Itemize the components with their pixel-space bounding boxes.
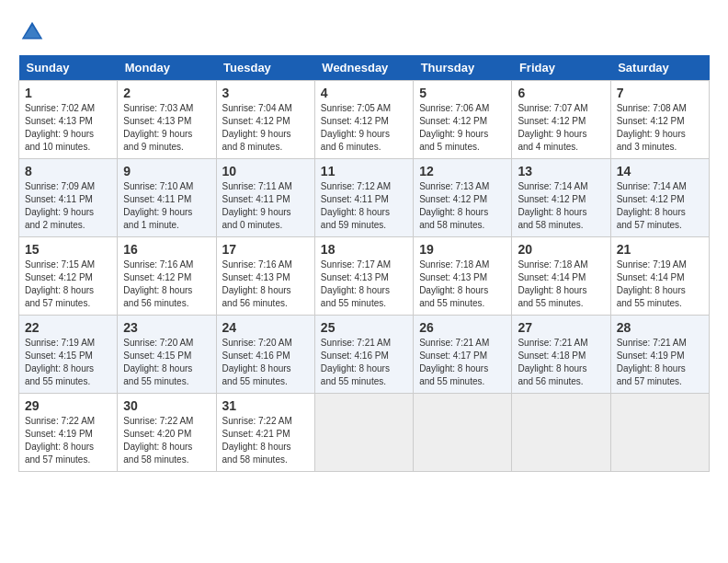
calendar-cell: 30Sunrise: 7:22 AMSunset: 4:20 PMDayligh… xyxy=(118,394,216,472)
calendar-cell xyxy=(314,394,413,472)
day-number: 10 xyxy=(222,164,309,178)
day-info: Sunrise: 7:10 AMSunset: 4:11 PMDaylight:… xyxy=(123,181,193,230)
day-number: 3 xyxy=(222,86,309,100)
calendar-cell: 2Sunrise: 7:03 AMSunset: 4:13 PMDaylight… xyxy=(118,81,216,159)
day-number: 27 xyxy=(518,320,604,335)
calendar-week-4: 22Sunrise: 7:19 AMSunset: 4:15 PMDayligh… xyxy=(19,316,710,394)
logo-icon xyxy=(18,18,46,46)
day-info: Sunrise: 7:04 AMSunset: 4:12 PMDaylight:… xyxy=(222,103,292,152)
weekday-header-friday: Friday xyxy=(512,55,610,81)
day-info: Sunrise: 7:06 AMSunset: 4:12 PMDaylight:… xyxy=(419,103,489,152)
calendar-cell: 17Sunrise: 7:16 AMSunset: 4:13 PMDayligh… xyxy=(216,237,314,316)
day-number: 7 xyxy=(617,86,703,100)
header-row: SundayMondayTuesdayWednesdayThursdayFrid… xyxy=(19,55,710,81)
day-info: Sunrise: 7:20 AMSunset: 4:15 PMDaylight:… xyxy=(123,338,193,386)
calendar-cell: 20Sunrise: 7:18 AMSunset: 4:14 PMDayligh… xyxy=(512,237,610,316)
calendar-cell: 12Sunrise: 7:13 AMSunset: 4:12 PMDayligh… xyxy=(414,159,512,237)
weekday-header-monday: Monday xyxy=(118,55,216,81)
day-number: 12 xyxy=(419,164,506,178)
calendar-cell: 11Sunrise: 7:12 AMSunset: 4:11 PMDayligh… xyxy=(314,159,413,237)
day-number: 15 xyxy=(25,242,111,257)
day-number: 2 xyxy=(123,86,210,100)
calendar-cell: 5Sunrise: 7:06 AMSunset: 4:12 PMDaylight… xyxy=(414,81,512,159)
day-number: 11 xyxy=(321,164,407,178)
day-number: 4 xyxy=(321,86,407,100)
page-header xyxy=(18,18,710,46)
calendar-week-2: 8Sunrise: 7:09 AMSunset: 4:11 PMDaylight… xyxy=(19,159,710,237)
day-info: Sunrise: 7:19 AMSunset: 4:15 PMDaylight:… xyxy=(25,338,95,386)
day-info: Sunrise: 7:15 AMSunset: 4:12 PMDaylight:… xyxy=(25,259,95,308)
weekday-header-saturday: Saturday xyxy=(610,55,709,81)
day-info: Sunrise: 7:22 AMSunset: 4:21 PMDaylight:… xyxy=(222,416,292,465)
day-info: Sunrise: 7:18 AMSunset: 4:13 PMDaylight:… xyxy=(419,259,489,308)
calendar-cell: 6Sunrise: 7:07 AMSunset: 4:12 PMDaylight… xyxy=(512,81,610,159)
day-info: Sunrise: 7:08 AMSunset: 4:12 PMDaylight:… xyxy=(617,103,687,152)
day-info: Sunrise: 7:18 AMSunset: 4:14 PMDaylight:… xyxy=(518,259,587,308)
calendar-cell: 21Sunrise: 7:19 AMSunset: 4:14 PMDayligh… xyxy=(610,237,709,316)
day-number: 30 xyxy=(123,398,210,413)
day-info: Sunrise: 7:05 AMSunset: 4:12 PMDaylight:… xyxy=(321,103,391,152)
calendar-cell: 23Sunrise: 7:20 AMSunset: 4:15 PMDayligh… xyxy=(118,316,216,394)
calendar-week-1: 1Sunrise: 7:02 AMSunset: 4:13 PMDaylight… xyxy=(19,81,710,159)
day-number: 31 xyxy=(222,398,309,413)
day-info: Sunrise: 7:21 AMSunset: 4:17 PMDaylight:… xyxy=(419,338,489,386)
day-info: Sunrise: 7:02 AMSunset: 4:13 PMDaylight:… xyxy=(25,103,95,152)
calendar-cell: 9Sunrise: 7:10 AMSunset: 4:11 PMDaylight… xyxy=(118,159,216,237)
calendar-cell: 18Sunrise: 7:17 AMSunset: 4:13 PMDayligh… xyxy=(314,237,413,316)
day-info: Sunrise: 7:16 AMSunset: 4:12 PMDaylight:… xyxy=(123,259,193,308)
calendar-cell: 26Sunrise: 7:21 AMSunset: 4:17 PMDayligh… xyxy=(414,316,512,394)
calendar-cell: 29Sunrise: 7:22 AMSunset: 4:19 PMDayligh… xyxy=(19,394,118,472)
day-info: Sunrise: 7:14 AMSunset: 4:12 PMDaylight:… xyxy=(617,181,687,230)
day-number: 28 xyxy=(617,320,703,335)
day-number: 29 xyxy=(25,398,111,413)
weekday-header-tuesday: Tuesday xyxy=(216,55,314,81)
day-info: Sunrise: 7:21 AMSunset: 4:19 PMDaylight:… xyxy=(617,338,687,386)
calendar-cell: 28Sunrise: 7:21 AMSunset: 4:19 PMDayligh… xyxy=(610,316,709,394)
weekday-header-thursday: Thursday xyxy=(414,55,512,81)
day-number: 9 xyxy=(123,164,210,178)
calendar-cell xyxy=(512,394,610,472)
calendar-cell xyxy=(610,394,709,472)
weekday-header-wednesday: Wednesday xyxy=(314,55,413,81)
calendar-cell: 15Sunrise: 7:15 AMSunset: 4:12 PMDayligh… xyxy=(19,237,118,316)
weekday-header-sunday: Sunday xyxy=(19,55,118,81)
day-info: Sunrise: 7:03 AMSunset: 4:13 PMDaylight:… xyxy=(123,103,193,152)
calendar-cell: 31Sunrise: 7:22 AMSunset: 4:21 PMDayligh… xyxy=(216,394,314,472)
day-info: Sunrise: 7:12 AMSunset: 4:11 PMDaylight:… xyxy=(321,181,391,230)
day-number: 6 xyxy=(518,86,604,100)
day-info: Sunrise: 7:09 AMSunset: 4:11 PMDaylight:… xyxy=(25,181,95,230)
day-info: Sunrise: 7:14 AMSunset: 4:12 PMDaylight:… xyxy=(518,181,587,230)
day-number: 26 xyxy=(419,320,506,335)
day-number: 21 xyxy=(617,242,703,257)
day-number: 22 xyxy=(25,320,111,335)
calendar-cell: 14Sunrise: 7:14 AMSunset: 4:12 PMDayligh… xyxy=(610,159,709,237)
calendar-cell: 24Sunrise: 7:20 AMSunset: 4:16 PMDayligh… xyxy=(216,316,314,394)
calendar-table: SundayMondayTuesdayWednesdayThursdayFrid… xyxy=(18,55,710,472)
day-info: Sunrise: 7:21 AMSunset: 4:16 PMDaylight:… xyxy=(321,338,391,386)
day-number: 17 xyxy=(222,242,309,257)
calendar-cell xyxy=(414,394,512,472)
calendar-cell: 25Sunrise: 7:21 AMSunset: 4:16 PMDayligh… xyxy=(314,316,413,394)
calendar-cell: 19Sunrise: 7:18 AMSunset: 4:13 PMDayligh… xyxy=(414,237,512,316)
day-number: 16 xyxy=(123,242,210,257)
day-number: 1 xyxy=(25,86,111,100)
day-info: Sunrise: 7:17 AMSunset: 4:13 PMDaylight:… xyxy=(321,259,391,308)
day-number: 25 xyxy=(321,320,407,335)
day-info: Sunrise: 7:11 AMSunset: 4:11 PMDaylight:… xyxy=(222,181,292,230)
day-info: Sunrise: 7:22 AMSunset: 4:19 PMDaylight:… xyxy=(25,416,95,465)
day-number: 23 xyxy=(123,320,210,335)
day-info: Sunrise: 7:20 AMSunset: 4:16 PMDaylight:… xyxy=(222,338,292,386)
day-info: Sunrise: 7:16 AMSunset: 4:13 PMDaylight:… xyxy=(222,259,292,308)
calendar-cell: 22Sunrise: 7:19 AMSunset: 4:15 PMDayligh… xyxy=(19,316,118,394)
calendar-cell: 7Sunrise: 7:08 AMSunset: 4:12 PMDaylight… xyxy=(610,81,709,159)
day-number: 8 xyxy=(25,164,111,178)
calendar-cell: 8Sunrise: 7:09 AMSunset: 4:11 PMDaylight… xyxy=(19,159,118,237)
calendar-cell: 1Sunrise: 7:02 AMSunset: 4:13 PMDaylight… xyxy=(19,81,118,159)
calendar-week-3: 15Sunrise: 7:15 AMSunset: 4:12 PMDayligh… xyxy=(19,237,710,316)
calendar-week-5: 29Sunrise: 7:22 AMSunset: 4:19 PMDayligh… xyxy=(19,394,710,472)
day-info: Sunrise: 7:07 AMSunset: 4:12 PMDaylight:… xyxy=(518,103,587,152)
calendar-cell: 13Sunrise: 7:14 AMSunset: 4:12 PMDayligh… xyxy=(512,159,610,237)
calendar-cell: 10Sunrise: 7:11 AMSunset: 4:11 PMDayligh… xyxy=(216,159,314,237)
day-number: 5 xyxy=(419,86,506,100)
calendar-cell: 16Sunrise: 7:16 AMSunset: 4:12 PMDayligh… xyxy=(118,237,216,316)
